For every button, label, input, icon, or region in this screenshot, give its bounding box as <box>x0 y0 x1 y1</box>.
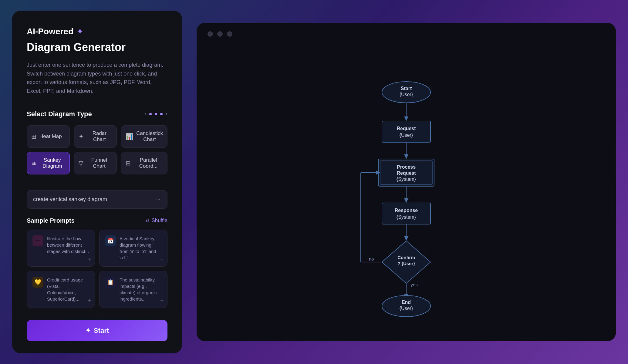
sample-prompts-header: Sample Prompts ⇄ Shuffle <box>27 217 167 224</box>
btn-funnel-chart[interactable]: ▽ Funnel Chart <box>74 152 117 174</box>
prev-arrow[interactable]: ‹ <box>144 111 146 117</box>
svg-text:Confirm: Confirm <box>397 255 415 260</box>
heat-map-icon: ⊞ <box>31 133 36 140</box>
section-header: Select Diagram Type ‹ › <box>27 110 167 118</box>
svg-text:{User}: {User} <box>400 92 413 97</box>
prompt-card-4-header: 📋 The sustainability impacts (e.g., clim… <box>105 277 162 302</box>
svg-rect-17 <box>382 203 430 224</box>
prompt-add-3[interactable]: + <box>88 298 91 304</box>
parallel-icon: ⊟ <box>126 160 131 167</box>
svg-marker-16 <box>404 198 408 203</box>
svg-text:yes: yes <box>410 282 417 287</box>
svg-marker-9 <box>404 154 408 159</box>
left-panel: AI-Powered ✦ Diagram Generator Just ente… <box>12 11 182 353</box>
sankey-icon: ≋ <box>31 160 36 167</box>
window-dot-2 <box>217 31 223 37</box>
prompts-grid: 〰 Illustrate the flow between different … <box>27 230 167 308</box>
radar-chart-icon: ✦ <box>79 133 84 140</box>
window-controls <box>197 23 616 43</box>
svg-text:Response: Response <box>395 208 418 213</box>
page-dot-3 <box>160 113 163 115</box>
right-panel: Start {User} Request {User} Process Requ… <box>197 23 616 341</box>
prompt-card-3-header: 💛 Credit card usage (Vista, ColonialVoic… <box>32 277 89 302</box>
sparkle-icon: ✦ <box>76 26 83 36</box>
svg-text:Request: Request <box>397 126 416 131</box>
sample-prompts-title: Sample Prompts <box>27 217 75 224</box>
btn-candlestick-chart[interactable]: 📊 Candlestick Chart <box>121 125 167 148</box>
start-icon: ✦ <box>85 327 91 335</box>
prompt-card-2[interactable]: 📅 A vertical Sankey diagram flowing from… <box>99 230 167 267</box>
svg-marker-21 <box>404 236 408 241</box>
page-dot-2 <box>155 113 157 115</box>
window-dot-1 <box>208 31 213 37</box>
radar-chart-label: Radar Chart <box>87 130 113 143</box>
prompt-icon-4: 📋 <box>105 277 116 288</box>
window-divider <box>197 43 616 43</box>
diagram-section-title: Select Diagram Type <box>27 110 92 118</box>
shuffle-icon: ⇄ <box>145 217 150 224</box>
input-submit-icon[interactable]: → <box>155 196 161 203</box>
svg-text:? {User}: ? {User} <box>397 261 415 266</box>
prompt-card-2-header: 📅 A vertical Sankey diagram flowing from… <box>105 235 162 261</box>
next-arrow[interactable]: › <box>166 111 167 117</box>
btn-heat-map[interactable]: ⊞ Heat Map <box>27 125 70 148</box>
app-title: Diagram Generator <box>27 41 167 53</box>
diagram-types-grid: ⊞ Heat Map ✦ Radar Chart 📊 Candlestick C… <box>27 125 167 174</box>
svg-text:no: no <box>369 256 374 261</box>
svg-text:Process: Process <box>397 164 416 170</box>
prompt-text-1: Illustrate the flow between different st… <box>47 235 89 254</box>
prompt-card-4[interactable]: 📋 The sustainability impacts (e.g., clim… <box>99 271 167 308</box>
page-dot-1 <box>149 113 152 115</box>
app-description: Just enter one sentence to produce a com… <box>27 61 167 96</box>
svg-text:{User}: {User} <box>400 306 413 311</box>
start-button[interactable]: ✦ Start <box>27 320 167 341</box>
shuffle-button[interactable]: ⇄ Shuffle <box>145 217 167 224</box>
svg-text:End: End <box>402 300 411 305</box>
prompt-icon-2: 📅 <box>105 235 116 246</box>
prompt-card-1[interactable]: 〰 Illustrate the flow between different … <box>27 230 95 267</box>
window-dot-3 <box>227 31 232 37</box>
btn-radar-chart[interactable]: ✦ Radar Chart <box>74 125 117 148</box>
btn-sankey-diagram[interactable]: ≋ Sankey Diagram <box>27 152 70 174</box>
pagination: ‹ › <box>144 111 167 117</box>
svg-text:Request: Request <box>397 170 416 176</box>
svg-text:{User}: {User} <box>400 133 413 138</box>
candlestick-label: Candlestick Chart <box>136 130 163 143</box>
start-label: Start <box>94 327 109 335</box>
flowchart-svg: Start {User} Request {User} Process Requ… <box>300 74 512 317</box>
diagram-input[interactable] <box>33 196 155 203</box>
app-label: AI-Powered ✦ <box>27 26 167 36</box>
prompt-add-1[interactable]: + <box>88 256 91 263</box>
svg-text:{System}: {System} <box>397 177 416 182</box>
funnel-icon: ▽ <box>79 160 83 167</box>
sankey-label: Sankey Diagram <box>39 157 65 169</box>
prompt-icon-1: 〰 <box>32 235 43 246</box>
prompt-text-3: Credit card usage (Vista, ColonialVoice,… <box>47 277 89 302</box>
diagram-canvas: Start {User} Request {User} Process Requ… <box>197 49 616 341</box>
candlestick-icon: 📊 <box>126 133 133 140</box>
prompt-card-3[interactable]: 💛 Credit card usage (Vista, ColonialVoic… <box>27 271 95 308</box>
prompt-card-1-header: 〰 Illustrate the flow between different … <box>32 235 89 254</box>
prompt-icon-3: 💛 <box>32 277 43 288</box>
funnel-label: Funnel Chart <box>86 157 113 169</box>
prompt-add-2[interactable]: + <box>160 256 164 263</box>
svg-marker-4 <box>404 116 408 121</box>
prompt-text-4: The sustainability impacts (e.g., climat… <box>120 277 162 302</box>
parallel-label: Parallel Coord... <box>134 157 163 169</box>
input-container[interactable]: → <box>27 190 167 209</box>
svg-rect-5 <box>382 121 430 142</box>
shuffle-label: Shuffle <box>151 217 167 224</box>
prompt-text-2: A vertical Sankey diagram flowing from '… <box>120 235 162 261</box>
btn-parallel-coord[interactable]: ⊟ Parallel Coord... <box>121 152 167 174</box>
prompt-add-4[interactable]: + <box>160 298 164 304</box>
heat-map-label: Heat Map <box>39 133 62 140</box>
app-label-text: AI-Powered <box>27 27 73 36</box>
svg-text:Start: Start <box>401 86 412 91</box>
svg-text:{System}: {System} <box>397 214 416 220</box>
